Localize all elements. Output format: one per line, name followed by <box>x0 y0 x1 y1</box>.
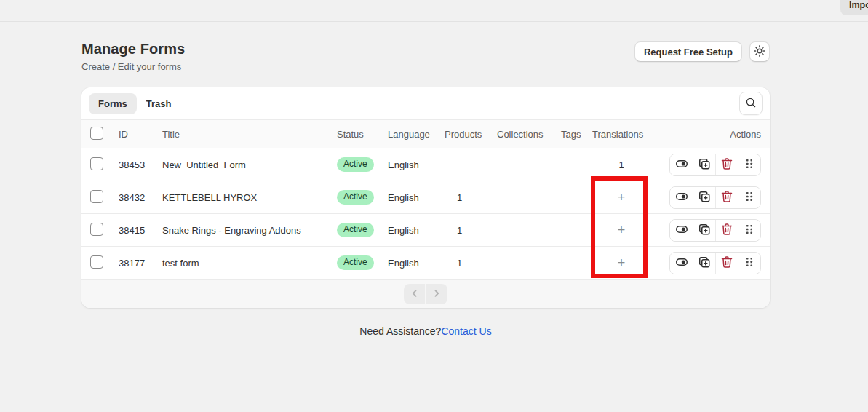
toggle-status-button[interactable] <box>670 154 693 175</box>
top-bar: Import <box>0 0 868 22</box>
page-subtitle: Create / Edit your forms <box>81 61 185 72</box>
trash-icon <box>720 189 734 206</box>
cell-id: 38432 <box>119 192 162 203</box>
contact-us-link[interactable]: Contact Us <box>441 325 491 337</box>
drag-handle-icon <box>742 157 757 173</box>
delete-button[interactable] <box>715 220 738 241</box>
cell-language: English <box>388 258 445 269</box>
cell-title: Snake Rings - Engraving Addons <box>162 225 337 236</box>
status-badge: Active <box>337 255 374 270</box>
duplicate-button[interactable] <box>693 220 715 241</box>
chevron-left-icon <box>409 288 421 301</box>
search-icon <box>744 96 757 111</box>
select-all-checkbox[interactable] <box>90 127 103 140</box>
col-header-title: Title <box>162 129 337 140</box>
drag-handle[interactable] <box>738 154 760 175</box>
drag-handle[interactable] <box>738 253 760 274</box>
chevron-right-icon <box>431 288 442 301</box>
drag-handle-icon <box>742 255 757 272</box>
gear-icon <box>753 44 766 60</box>
pagination-bar <box>81 280 770 308</box>
col-header-tags: Tags <box>561 129 592 140</box>
row-checkbox[interactable] <box>90 255 103 269</box>
cell-title: test form <box>162 258 337 269</box>
card-toolbar: Forms Trash <box>81 87 770 119</box>
search-button[interactable] <box>739 92 763 115</box>
pagination-next-button[interactable] <box>426 284 447 304</box>
duplicate-icon <box>697 255 712 272</box>
table-row: 38415 Snake Rings - Engraving Addons Act… <box>81 214 770 247</box>
duplicate-button[interactable] <box>693 187 715 208</box>
col-header-products: Products <box>445 129 497 140</box>
cell-language: English <box>388 192 445 203</box>
tab-forms[interactable]: Forms <box>89 93 137 114</box>
row-actions <box>669 186 761 209</box>
drag-handle-icon <box>742 189 757 206</box>
assistance-text: Need Assistance? <box>359 325 441 337</box>
table-header-row: ID Title Status Language Products Collec… <box>81 119 770 148</box>
status-badge: Active <box>337 190 374 205</box>
row-checkbox[interactable] <box>90 223 103 236</box>
toggle-status-icon <box>674 255 689 272</box>
duplicate-icon <box>697 222 712 239</box>
col-header-status: Status <box>337 129 388 140</box>
table-row: 38177 test form Active English 1 + <box>81 247 770 280</box>
row-checkbox[interactable] <box>90 157 103 170</box>
add-translation-button[interactable]: + <box>613 189 630 205</box>
cell-products: 1 <box>445 258 497 269</box>
duplicate-icon <box>697 157 712 173</box>
cell-id: 38415 <box>119 225 162 236</box>
page-title: Manage Forms <box>81 40 185 58</box>
col-header-translations: Translations <box>592 129 650 140</box>
col-header-language: Language <box>388 129 445 140</box>
page-header: Manage Forms Create / Edit your forms Re… <box>81 40 770 72</box>
toggle-status-button[interactable] <box>670 187 693 208</box>
col-header-id: ID <box>119 129 162 140</box>
add-translation-button[interactable]: + <box>613 222 630 238</box>
trash-icon <box>720 222 734 239</box>
cell-language: English <box>388 225 445 236</box>
delete-button[interactable] <box>715 253 738 274</box>
request-free-setup-button[interactable]: Request Free Setup <box>634 41 742 62</box>
toggle-status-icon <box>674 189 689 206</box>
row-actions <box>669 219 761 242</box>
col-header-collections: Collections <box>497 129 561 140</box>
delete-button[interactable] <box>715 187 738 208</box>
row-actions <box>669 154 761 176</box>
col-header-actions: Actions <box>650 129 761 140</box>
duplicate-icon <box>697 189 712 206</box>
table-row: 38453 New_Untitled_Form Active English 1 <box>81 148 770 181</box>
import-button[interactable]: Import <box>840 0 868 15</box>
drag-handle-icon <box>742 222 757 239</box>
assistance-footer: Need Assistance?Contact Us <box>81 325 770 337</box>
trash-icon <box>720 157 734 173</box>
pagination-prev-button[interactable] <box>404 284 426 304</box>
settings-button[interactable] <box>749 41 770 62</box>
drag-handle[interactable] <box>738 220 760 241</box>
row-checkbox[interactable] <box>90 190 103 203</box>
status-badge: Active <box>337 157 374 172</box>
cell-id: 38177 <box>119 258 162 269</box>
cell-id: 38453 <box>119 159 162 170</box>
status-badge: Active <box>337 223 374 237</box>
delete-button[interactable] <box>715 154 738 175</box>
trash-icon <box>720 255 734 272</box>
duplicate-button[interactable] <box>693 154 715 175</box>
add-translation-button[interactable]: + <box>613 255 630 271</box>
forms-card: Forms Trash ID Title Status Language Pro… <box>81 87 770 308</box>
cell-translations-count[interactable]: 1 <box>592 159 650 170</box>
toggle-status-button[interactable] <box>670 220 693 241</box>
cell-title: KETTLEBELL HYROX <box>162 192 337 203</box>
row-actions <box>669 252 761 274</box>
table-row: 38432 KETTLEBELL HYROX Active English 1 … <box>81 181 770 214</box>
cell-products: 1 <box>445 225 497 236</box>
toggle-status-icon <box>674 222 689 239</box>
cell-title: New_Untitled_Form <box>162 159 337 170</box>
duplicate-button[interactable] <box>693 253 715 274</box>
cell-products: 1 <box>445 192 497 203</box>
tab-trash[interactable]: Trash <box>137 93 181 114</box>
toggle-status-button[interactable] <box>670 253 693 274</box>
cell-language: English <box>388 159 445 170</box>
drag-handle[interactable] <box>738 187 760 208</box>
toggle-status-icon <box>674 157 689 173</box>
